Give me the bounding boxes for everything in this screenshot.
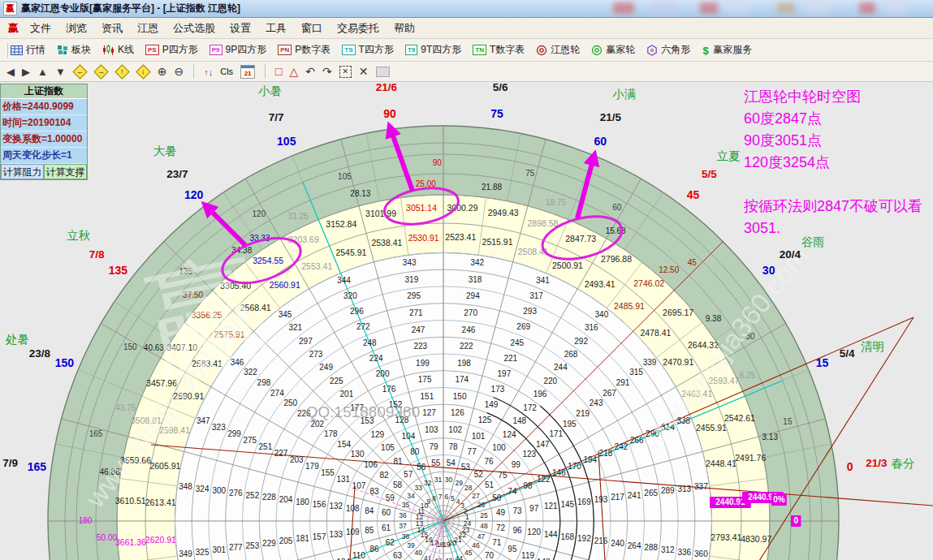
zoom-out-icon[interactable]: ⊖ <box>174 66 184 77</box>
menu-item-6[interactable]: 工具 <box>266 21 287 36</box>
panel-row-3: 周天变化步长=1 <box>1 148 87 164</box>
toolbar-item-3[interactable]: PSP四方形 <box>145 43 198 57</box>
wheel-label: 41 <box>424 554 432 560</box>
panel-buttons: 计算阻力计算支撑 <box>1 164 87 179</box>
nav-down-icon[interactable]: ▼ <box>55 67 66 77</box>
nav-up-icon[interactable]: ▲ <box>37 67 48 77</box>
wheel-label: 73 <box>513 506 523 515</box>
calendar-icon[interactable]: 21 <box>240 65 255 79</box>
wheel-label: 32 <box>424 479 432 487</box>
wheel-label: 3051.14 <box>406 203 437 213</box>
calc-resistance-button[interactable]: 计算阻力 <box>1 164 44 179</box>
wheel-label: 154 <box>337 440 351 449</box>
degree-label: 0 <box>847 460 853 473</box>
wheel-label: 21.88 <box>482 183 502 192</box>
wheel-label: 31.25 <box>288 212 309 221</box>
crosshair-icon[interactable]: ✕ <box>359 66 369 77</box>
wheel-label: 288 <box>644 543 658 552</box>
cls-button[interactable]: Cls <box>220 67 233 76</box>
menu-item-8[interactable]: 交易委托 <box>337 21 379 36</box>
degree-label: 120 <box>184 188 204 201</box>
date-label: 5/4 <box>840 347 855 360</box>
nav-left-icon[interactable]: ◀ <box>6 67 15 77</box>
pan-left-icon[interactable]: ← <box>72 64 87 79</box>
menu-item-9[interactable]: 帮助 <box>394 21 415 36</box>
wheel-label: 3152.84 <box>326 219 356 229</box>
rect-tool-icon[interactable]: □ <box>275 66 282 77</box>
select-box-icon[interactable]: ✕ <box>339 66 352 78</box>
wheel-label: 299 <box>227 429 241 438</box>
wheel-label: 318 <box>469 275 482 284</box>
wheel-label: 33 <box>415 484 423 492</box>
wheel-label: 108 <box>346 504 360 513</box>
pan-right-icon[interactable]: → <box>93 64 108 79</box>
menu-item-5[interactable]: 设置 <box>230 21 251 36</box>
9p-square-icon: P9 <box>209 45 222 55</box>
wheel-label: 2613.41 <box>145 498 176 507</box>
title-bar: 赢 赢家江恩专业版[赢家服务平台] - [上证指数 江恩轮] <box>0 0 933 18</box>
solar-term-label: 立夏 <box>716 149 741 162</box>
menu-item-2[interactable]: 资讯 <box>102 21 123 36</box>
printer-icon[interactable] <box>376 67 390 77</box>
wheel-label: 127 <box>422 408 436 417</box>
zoom-in-icon[interactable]: ⊕ <box>158 66 167 77</box>
toolbar-item-8[interactable]: TNT数字表 <box>473 43 525 57</box>
wheel-label: 2530.91 <box>408 233 439 243</box>
wheel-label: 51 <box>485 480 495 489</box>
calc-support-button[interactable]: 计算支撑 <box>44 164 87 179</box>
wheel-label: 62 <box>386 538 395 547</box>
toolbar-item-4[interactable]: P99P四方形 <box>209 43 266 57</box>
toolbar-item-0[interactable]: 行情 <box>11 43 45 57</box>
triangle-tool-icon[interactable]: △ <box>290 66 299 77</box>
wheel-label: 296 <box>350 307 364 316</box>
wheel-label: 28 <box>464 484 473 492</box>
wheel-label: 28.13 <box>350 189 370 198</box>
wheel-label: 99 <box>512 460 521 469</box>
wheel-label: 345 <box>279 310 292 319</box>
rotate-left-icon[interactable]: ↶ <box>305 66 315 77</box>
toolbar-item-12[interactable]: $赢家服务 <box>702 43 752 57</box>
wheel-label: 2605.91 <box>149 461 180 471</box>
toolbar-item-9[interactable]: 江恩轮 <box>536 43 580 57</box>
pan-up-icon[interactable]: ↑ <box>114 64 129 79</box>
wheel-label: 193 <box>594 495 608 504</box>
toolbar-item-6[interactable]: TST四方形 <box>342 43 394 57</box>
wheel-label: 130 <box>351 450 365 459</box>
updown-marker-icon[interactable]: ↑↓ <box>204 64 213 79</box>
menu-item-7[interactable]: 窗口 <box>301 21 322 36</box>
wheel-label: 75 <box>498 471 508 480</box>
toolbar-item-5[interactable]: PNP数字表 <box>278 43 330 57</box>
wheel-label: 50 <box>492 493 502 502</box>
highlight-box-value: 2440.91 <box>715 498 745 506</box>
wheel-label: 109 <box>346 528 360 536</box>
menu-item-0[interactable]: 文件 <box>30 21 51 36</box>
menu-item-3[interactable]: 江恩 <box>137 21 158 36</box>
wheel-label: 83 <box>370 487 380 496</box>
nav-right-icon[interactable]: ▶ <box>22 67 30 77</box>
wheel-label: 2695.17 <box>663 308 693 317</box>
wheel-label: 264 <box>628 541 641 550</box>
toolbar-item-11[interactable]: 六角形 <box>646 43 690 57</box>
toolbar-item-7[interactable]: T99T四方形 <box>405 43 461 57</box>
wheel-label: 2545.91 <box>335 248 366 257</box>
wheel-label: 38 <box>402 532 410 541</box>
wheel-label: 60 <box>382 508 391 517</box>
menu-item-4[interactable]: 公式选股 <box>173 21 215 36</box>
rotate-right-icon[interactable]: ↷ <box>322 66 332 77</box>
toolbar-item-2[interactable]: K线 <box>102 43 134 57</box>
wheel-label: 3 <box>460 502 464 510</box>
index-info-panel: 上证指数 价格=2440.9099时间=20190104变换系数=1.00000… <box>0 84 88 180</box>
wheel-label: 3610.51 <box>115 496 146 506</box>
wheel-label: 291 <box>616 378 630 387</box>
menu-item-1[interactable]: 浏览 <box>66 21 87 36</box>
date-label: 21/6 <box>376 82 398 93</box>
annotation-line: 90度3051点 <box>744 130 933 152</box>
wheel-label: 2523.41 <box>445 232 476 242</box>
toolbar-item-1[interactable]: 板块 <box>57 43 91 57</box>
toolbar-item-10[interactable]: 赢家轮 <box>591 43 635 57</box>
wheel-label: 178 <box>324 429 338 438</box>
date-label: 23/7 <box>166 168 188 180</box>
pan-down-icon[interactable]: ↓ <box>136 64 150 79</box>
wheel-label: 125 <box>478 416 492 424</box>
toolbar-item-label: 行情 <box>26 43 45 57</box>
